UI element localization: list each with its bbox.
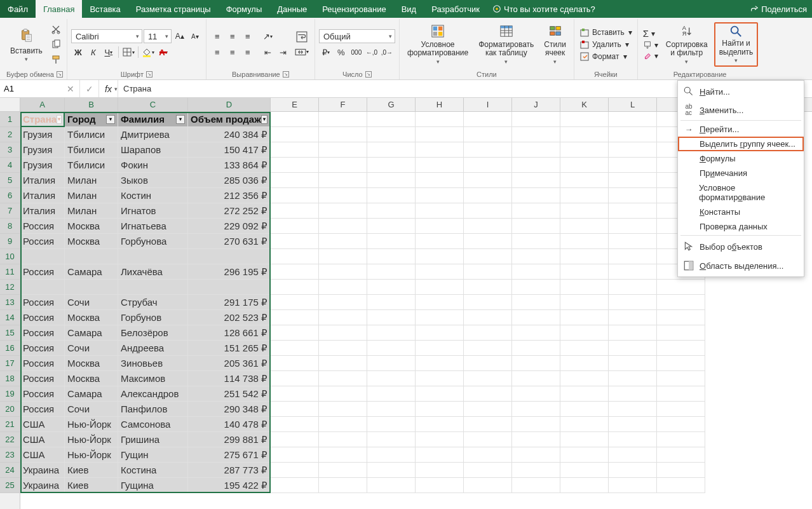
- cell-F23[interactable]: [319, 447, 367, 463]
- select-all-corner[interactable]: [0, 98, 20, 112]
- cell-D17[interactable]: 205 361 ₽: [188, 356, 271, 371]
- cell-J2[interactable]: [512, 127, 560, 142]
- cell-B24[interactable]: Киев: [65, 463, 118, 478]
- cell-D10[interactable]: [188, 249, 271, 264]
- cell-D14[interactable]: 202 523 ₽: [188, 310, 271, 325]
- cell-L3[interactable]: [609, 142, 657, 158]
- cell-G13[interactable]: [367, 295, 416, 310]
- cell-C13[interactable]: Струбач: [118, 295, 188, 310]
- cell-K6[interactable]: [560, 188, 609, 203]
- cell-H2[interactable]: [416, 127, 464, 142]
- menu-item[interactable]: Область выделения...: [678, 256, 804, 275]
- cell-E15[interactable]: [271, 325, 319, 341]
- cell-D12[interactable]: [188, 280, 271, 295]
- cell-E23[interactable]: [271, 447, 319, 463]
- cell-L13[interactable]: [609, 295, 657, 310]
- cell-K5[interactable]: [560, 173, 609, 188]
- column-header-D[interactable]: D: [188, 98, 271, 111]
- cell-K19[interactable]: [560, 386, 609, 402]
- align-right-button[interactable]: ≡: [241, 45, 255, 59]
- cell-H25[interactable]: [416, 478, 464, 493]
- cell-F5[interactable]: [319, 173, 367, 188]
- cell-A12[interactable]: [20, 280, 65, 295]
- cell-G8[interactable]: [367, 219, 416, 234]
- sort-filter-button[interactable]: AЯ Сортировка и фильтр▾: [662, 22, 712, 67]
- cell-C4[interactable]: Фокин: [118, 158, 188, 173]
- conditional-formatting-button[interactable]: Условное форматирование▾: [403, 22, 472, 67]
- cell-C12[interactable]: [118, 280, 188, 295]
- clipboard-dialog-launcher[interactable]: ↘: [57, 71, 63, 78]
- cell-D22[interactable]: 299 881 ₽: [188, 432, 271, 447]
- cell-I15[interactable]: [464, 325, 512, 341]
- cell-J6[interactable]: [512, 188, 560, 203]
- cell-I3[interactable]: [464, 142, 512, 158]
- cell-K25[interactable]: [560, 478, 609, 493]
- cell-F1[interactable]: [319, 112, 367, 127]
- cell-I20[interactable]: [464, 402, 512, 417]
- cell-E21[interactable]: [271, 417, 319, 432]
- cell-F25[interactable]: [319, 478, 367, 493]
- cell-J3[interactable]: [512, 142, 560, 158]
- cell-J1[interactable]: [512, 112, 560, 127]
- cell-D4[interactable]: 133 864 ₽: [188, 158, 271, 173]
- cell-H22[interactable]: [416, 432, 464, 447]
- cell-E6[interactable]: [271, 188, 319, 203]
- cell-H1[interactable]: [416, 112, 464, 127]
- cell-D7[interactable]: 272 252 ₽: [188, 203, 271, 219]
- cell-M13[interactable]: [657, 295, 705, 310]
- cell-G17[interactable]: [367, 356, 416, 371]
- row-header-2[interactable]: 2: [0, 127, 20, 142]
- cell-A1[interactable]: Страна▾: [20, 112, 65, 127]
- cell-D11[interactable]: 296 195 ₽: [188, 264, 271, 280]
- cell-C22[interactable]: Гришина: [118, 432, 188, 447]
- cell-J9[interactable]: [512, 234, 560, 249]
- menu-item[interactable]: Проверка данных: [678, 219, 804, 234]
- row-header-7[interactable]: 7: [0, 203, 20, 219]
- row-header-20[interactable]: 20: [0, 402, 20, 417]
- row-header-22[interactable]: 22: [0, 432, 20, 447]
- cell-F13[interactable]: [319, 295, 367, 310]
- cell-M12[interactable]: [657, 280, 705, 295]
- cell-I13[interactable]: [464, 295, 512, 310]
- cell-G25[interactable]: [367, 478, 416, 493]
- cell-D16[interactable]: 151 265 ₽: [188, 341, 271, 356]
- cell-A17[interactable]: Россия: [20, 356, 65, 371]
- cell-C11[interactable]: Лихачёва: [118, 264, 188, 280]
- cell-D8[interactable]: 229 092 ₽: [188, 219, 271, 234]
- cell-H19[interactable]: [416, 386, 464, 402]
- row-header-14[interactable]: 14: [0, 310, 20, 325]
- cell-C18[interactable]: Максимов: [118, 371, 188, 386]
- cell-C19[interactable]: Александров: [118, 386, 188, 402]
- cell-J17[interactable]: [512, 356, 560, 371]
- cell-H9[interactable]: [416, 234, 464, 249]
- cell-J8[interactable]: [512, 219, 560, 234]
- name-box[interactable]: ▾: [0, 80, 61, 97]
- number-format-combo[interactable]: Общий▾: [319, 29, 395, 43]
- cell-I24[interactable]: [464, 463, 512, 478]
- cell-A25[interactable]: Украина: [20, 478, 65, 493]
- cell-A8[interactable]: Россия: [20, 219, 65, 234]
- row-header-4[interactable]: 4: [0, 158, 20, 173]
- cell-J18[interactable]: [512, 371, 560, 386]
- accounting-format-button[interactable]: ₽▾: [319, 45, 333, 59]
- column-header-L[interactable]: L: [609, 98, 657, 111]
- format-painter-button[interactable]: [49, 53, 63, 67]
- align-middle-button[interactable]: ≡: [226, 29, 240, 43]
- column-header-F[interactable]: F: [319, 98, 367, 111]
- cell-H5[interactable]: [416, 173, 464, 188]
- wrap-text-button[interactable]: [293, 30, 311, 44]
- filter-button-D[interactable]: ▾: [261, 115, 267, 124]
- cell-E7[interactable]: [271, 203, 319, 219]
- cell-K4[interactable]: [560, 158, 609, 173]
- cell-B5[interactable]: Милан: [65, 173, 118, 188]
- cell-F22[interactable]: [319, 432, 367, 447]
- cell-J14[interactable]: [512, 310, 560, 325]
- cell-C9[interactable]: Горбунова: [118, 234, 188, 249]
- cell-J16[interactable]: [512, 341, 560, 356]
- cell-C7[interactable]: Игнатов: [118, 203, 188, 219]
- cell-L6[interactable]: [609, 188, 657, 203]
- cell-I19[interactable]: [464, 386, 512, 402]
- cell-J11[interactable]: [512, 264, 560, 280]
- cell-F3[interactable]: [319, 142, 367, 158]
- tab-Главная[interactable]: Главная: [36, 0, 82, 18]
